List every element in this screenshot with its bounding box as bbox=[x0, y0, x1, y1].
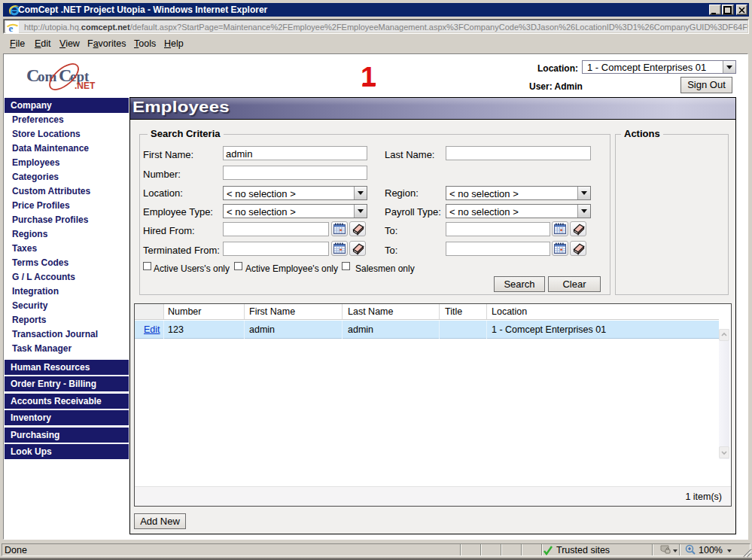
svg-text:e: e bbox=[9, 23, 14, 34]
svg-text:om: om bbox=[38, 68, 57, 84]
svg-text:.NET: .NET bbox=[75, 81, 96, 91]
